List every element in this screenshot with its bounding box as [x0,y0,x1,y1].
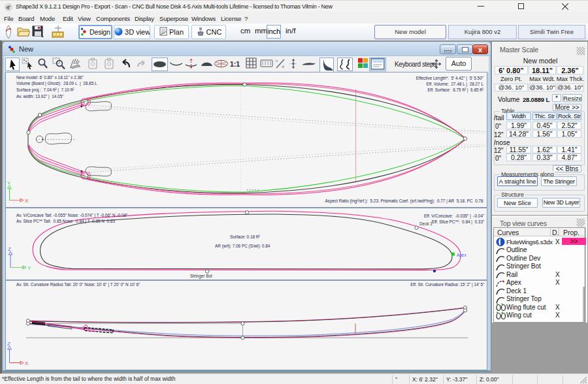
svg-text:Y: Y [27,265,31,271]
svg-text:Y: Y [7,180,11,186]
svg-text:X: X [25,198,29,204]
svg-text:Z: Z [7,341,10,347]
svg-text:Z: Z [8,246,11,252]
svg-text:X: X [25,360,29,366]
